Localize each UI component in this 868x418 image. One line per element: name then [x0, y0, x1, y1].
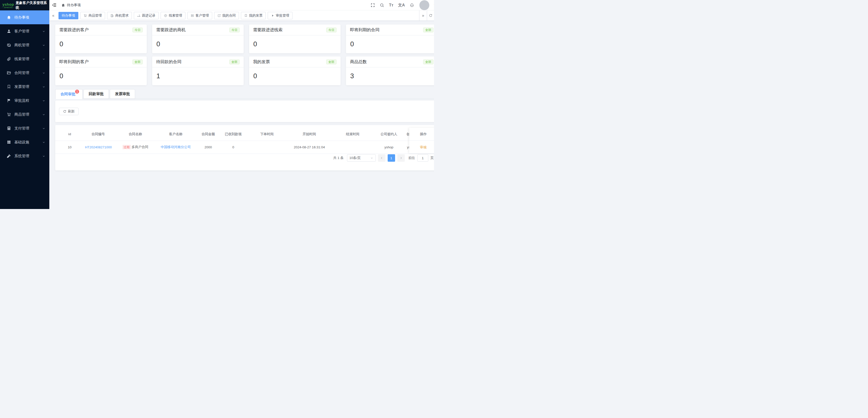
sidebar-menu: 待办事项客户管理商机管理线索管理合同管理发票管理审批流程商品管理支付管理基础设施…	[0, 10, 49, 163]
caret-right-icon	[271, 14, 274, 18]
tab-label: 我的发票	[249, 13, 262, 18]
cell-signer: yshop	[377, 141, 400, 153]
bell-icon[interactable]	[410, 3, 414, 7]
tab-label: 审批管理	[276, 13, 289, 18]
sidebar-item-label: 支付管理	[14, 126, 29, 131]
tab-跟进记录[interactable]: 跟进记录	[134, 12, 159, 19]
fullscreen-icon[interactable]	[371, 3, 375, 7]
table-row: 10HT202408271000过期多商户合同中国移动河南分公司20000202…	[55, 141, 434, 153]
sidebar-item-待办事项[interactable]: 待办事项	[0, 10, 49, 24]
stat-card-需要跟进的客户: 需要跟进的客户今日0	[55, 25, 147, 53]
approval-tab-label: 发票审批	[115, 92, 130, 96]
next-page-button[interactable]	[397, 154, 405, 162]
font-size-icon[interactable]: Tт	[389, 3, 393, 7]
tab-我的发票[interactable]: 我的发票	[241, 12, 266, 19]
sidebar-item-审批流程[interactable]: 审批流程	[0, 94, 49, 107]
page-number-1[interactable]: 1	[388, 154, 395, 162]
tab-label: 商机需求	[115, 13, 129, 18]
sidebar-item-label: 商品管理	[14, 112, 29, 117]
user-icon	[7, 29, 11, 33]
stat-card-title: 需要跟进进线索	[253, 27, 283, 33]
column-header-下单时间: 下单时间	[243, 128, 291, 141]
translate-icon[interactable]: 文A	[398, 3, 405, 7]
opportunity-icon	[7, 43, 11, 47]
tab-我的合同[interactable]: 我的合同	[214, 12, 239, 19]
stat-card-value: 0	[346, 35, 434, 53]
tab-待办事项[interactable]: 待办事项	[59, 12, 78, 19]
tab-商机需求[interactable]: 商机需求	[107, 12, 132, 19]
stat-card-我的发票: 我的发票全部0	[249, 57, 341, 85]
tab-回款审批[interactable]: 回款审批	[84, 89, 109, 99]
avatar[interactable]	[420, 0, 429, 10]
tab-商品管理[interactable]: 商品管理	[80, 12, 105, 19]
toolbar-panel: 刷新	[55, 101, 434, 122]
column-header-公司签约人: 公司签约人	[377, 128, 400, 141]
sidebar-item-基础设施[interactable]: 基础设施	[0, 135, 49, 149]
app-title: 意象客户关系管理系统	[16, 0, 49, 10]
main-area: 待办事项 Tт 文A yshop « 待办事项商品管理商机需求跟进记录线索管理客…	[49, 0, 434, 209]
stat-card-value: 0	[55, 35, 147, 53]
page-size-value: 10条/页	[349, 156, 361, 160]
cart-icon	[84, 14, 87, 18]
sidebar-item-支付管理[interactable]: 支付管理	[0, 121, 49, 135]
refresh-icon	[63, 110, 66, 113]
compass-icon	[164, 14, 167, 18]
home-icon	[7, 15, 11, 20]
stat-card-header: 需要跟进进线索今日	[249, 25, 341, 35]
tab-label: 我的合同	[222, 13, 236, 18]
column-header-结束时间: 结束时间	[328, 128, 377, 141]
chevron-down-icon	[42, 71, 45, 74]
sidebar-item-label: 商机管理	[14, 43, 29, 47]
sidebar-item-系统管理[interactable]: 系统管理	[0, 149, 49, 163]
tags-scroll-left-icon[interactable]: «	[49, 10, 57, 21]
chevron-down-icon	[42, 127, 45, 130]
goto-label: 前往	[408, 156, 415, 160]
chevron-down-icon	[370, 156, 373, 160]
stat-card-header: 即将到期的合同全部	[346, 25, 434, 35]
sidebar-item-线索管理[interactable]: 线索管理	[0, 52, 49, 66]
dashboard-content: 需要跟进的客户今日0需要跟进的商机今日0需要跟进进线索今日0即将到期的合同全部0…	[49, 21, 434, 209]
table-header-row: id合同编号合同名称客户名称合同金额已收到款项下单时间开始时间结束时间公司签约人…	[55, 128, 434, 141]
tags-scroll-right-icon[interactable]: »	[419, 10, 427, 21]
building-icon	[110, 14, 114, 18]
grid-icon	[7, 140, 11, 144]
column-header-合同金额: 合同金额	[193, 128, 223, 141]
calculator-icon	[7, 126, 11, 131]
stat-card-header: 商品总数全部	[346, 57, 434, 67]
tags-view: « 待办事项商品管理商机需求跟进记录线索管理客户管理我的合同我的发票审批管理 »	[49, 10, 434, 21]
page-size-select[interactable]: 10条/页	[347, 154, 376, 162]
sidebar-collapse-icon[interactable]	[52, 2, 57, 8]
action-cell: 审核	[409, 141, 434, 153]
tags-refresh-icon[interactable]	[427, 10, 434, 21]
sidebar-item-商品管理[interactable]: 商品管理	[0, 107, 49, 121]
tab-审批管理[interactable]: 审批管理	[268, 12, 292, 19]
approval-tab-label: 回款审批	[89, 92, 103, 96]
chevron-down-icon	[42, 99, 45, 102]
tab-合同审批[interactable]: 合同审批1	[55, 89, 83, 99]
stat-card-title: 即将到期的合同	[350, 27, 379, 33]
goto-page-input[interactable]	[417, 154, 428, 162]
sidebar: yshop — 意象电商系统 — 意象客户关系管理系统 待办事项客户管理商机管理…	[0, 0, 49, 209]
refresh-button[interactable]: 刷新	[59, 108, 79, 115]
sidebar-item-合同管理[interactable]: 合同管理	[0, 66, 49, 80]
prev-page-button[interactable]	[378, 154, 385, 162]
tab-发票审批[interactable]: 发票审批	[110, 89, 135, 99]
tab-线索管理[interactable]: 线索管理	[161, 12, 185, 19]
review-action-link[interactable]: 审核	[420, 145, 427, 149]
cell-contract-name: 过期多商户合同	[112, 141, 158, 153]
sidebar-item-商机管理[interactable]: 商机管理	[0, 38, 49, 52]
contract-number-link[interactable]: HT202408271000	[85, 145, 112, 149]
notification-badge: 1	[75, 90, 79, 94]
search-icon[interactable]	[380, 3, 384, 7]
brand-subtitle: — 意象电商系统 —	[2, 7, 14, 8]
tab-label: 线索管理	[169, 13, 182, 18]
sidebar-item-发票管理[interactable]: 发票管理	[0, 80, 49, 94]
tab-客户管理[interactable]: 客户管理	[187, 12, 212, 19]
column-header-已收到款项: 已收到款项	[223, 128, 243, 141]
bookmark-icon	[244, 14, 248, 18]
action-column-header: 操作	[409, 128, 434, 141]
customer-link[interactable]: 中国移动河南分公司	[161, 145, 191, 149]
column-header-客户名称: 客户名称	[158, 128, 193, 141]
sidebar-item-客户管理[interactable]: 客户管理	[0, 24, 49, 38]
stat-card-header: 即将到期的客户全部	[55, 57, 147, 67]
